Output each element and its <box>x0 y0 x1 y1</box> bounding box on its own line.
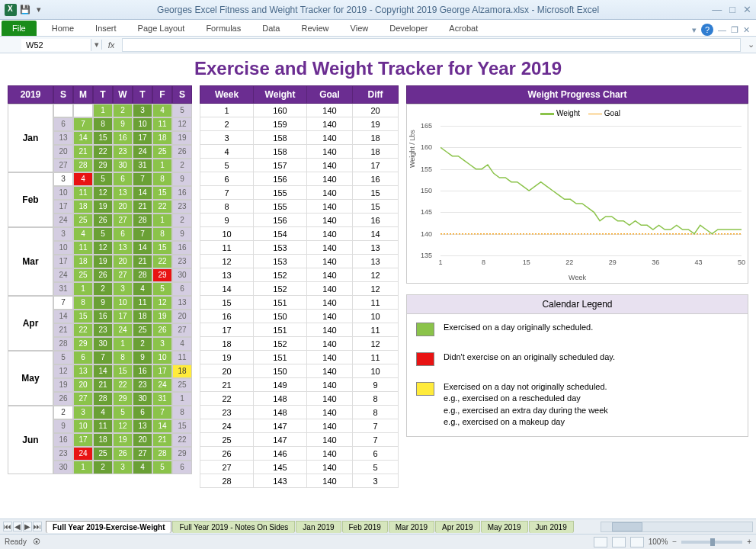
calendar-day[interactable]: 7 <box>133 172 152 186</box>
calendar-day[interactable]: 21 <box>93 378 113 392</box>
calendar-day[interactable]: 3 <box>152 337 172 351</box>
calendar-day[interactable]: 12 <box>93 241 113 255</box>
table-row[interactable]: 815514015 <box>200 200 399 214</box>
table-row[interactable]: 1115314013 <box>200 241 399 255</box>
calendar-day[interactable]: 5 <box>152 282 172 296</box>
calendar-day[interactable]: 18 <box>152 131 172 145</box>
calendar-day[interactable]: 27 <box>53 159 73 172</box>
calendar-day[interactable]: 8 <box>113 351 133 364</box>
calendar-day[interactable]: 9 <box>93 296 113 310</box>
calendar-day[interactable]: 7 <box>152 406 172 419</box>
minimize-icon[interactable]: — <box>712 4 722 15</box>
calendar-day[interactable]: 21 <box>152 433 172 447</box>
calendar-day[interactable]: 13 <box>133 419 152 433</box>
calendar-day[interactable]: 14 <box>73 131 93 145</box>
calendar-day[interactable]: 6 <box>113 227 133 241</box>
calendar-day[interactable]: 20 <box>133 433 152 447</box>
calendar-day[interactable]: 11 <box>172 351 192 364</box>
calendar-day[interactable]: 14 <box>133 241 152 255</box>
tab-view[interactable]: View <box>340 21 380 36</box>
calendar-day[interactable]: 14 <box>133 186 152 200</box>
calendar-day[interactable]: 4 <box>133 461 152 474</box>
calendar-day[interactable]: 10 <box>73 419 93 433</box>
table-row[interactable]: 1815214012 <box>200 337 399 351</box>
calendar-day[interactable]: 8 <box>152 227 172 241</box>
sheet-nav-prev-icon[interactable]: ◀ <box>13 522 22 531</box>
calendar-day[interactable]: 4 <box>73 172 93 186</box>
zoom-in-icon[interactable]: + <box>747 538 751 546</box>
calendar-day[interactable]: 28 <box>133 214 152 227</box>
calendar-day[interactable]: 9 <box>133 351 152 364</box>
ribbon-minimize-icon[interactable]: ▾ <box>692 25 697 35</box>
calendar-day[interactable]: 3 <box>73 406 93 419</box>
calendar-day[interactable]: 18 <box>73 200 93 214</box>
calendar-day[interactable]: 3 <box>53 227 73 241</box>
calendar-day[interactable]: 15 <box>172 419 192 433</box>
calendar-day[interactable]: 24 <box>152 378 172 392</box>
calendar-day[interactable]: 7 <box>93 351 113 364</box>
calendar-day[interactable]: 1 <box>172 392 192 406</box>
calendar-day[interactable]: 4 <box>152 104 172 117</box>
calendar-day[interactable]: 16 <box>113 131 133 145</box>
calendar-day[interactable]: 12 <box>53 364 73 378</box>
calendar-day[interactable]: 29 <box>152 268 172 282</box>
calendar-day[interactable]: 7 <box>73 117 93 131</box>
calendar-day[interactable]: 17 <box>53 255 73 268</box>
calendar-day[interactable]: 27 <box>73 392 93 406</box>
calendar-day[interactable]: 7 <box>133 227 152 241</box>
calendar-day[interactable]: 24 <box>113 323 133 337</box>
calendar-day[interactable]: 15 <box>73 310 93 323</box>
calendar-day[interactable]: 5 <box>152 461 172 474</box>
calendar-day[interactable]: 24 <box>133 145 152 159</box>
sheet-tab[interactable]: Mar 2019 <box>389 521 434 533</box>
calendar-day[interactable]: 15 <box>93 131 113 145</box>
calendar-day[interactable]: 1 <box>113 337 133 351</box>
calendar-day[interactable]: 14 <box>53 310 73 323</box>
calendar-day[interactable]: 21 <box>73 145 93 159</box>
calendar-day[interactable]: 13 <box>113 186 133 200</box>
calendar-day[interactable]: 13 <box>172 296 192 310</box>
tab-review[interactable]: Review <box>290 21 339 36</box>
calendar-day[interactable]: 21 <box>133 255 152 268</box>
table-row[interactable]: 915614016 <box>200 214 399 227</box>
calendar-day[interactable]: 25 <box>172 378 192 392</box>
calendar-day[interactable]: 17 <box>133 131 152 145</box>
calendar-day[interactable]: 4 <box>133 282 152 296</box>
calendar-day[interactable]: 27 <box>113 214 133 227</box>
calendar-day[interactable]: 20 <box>172 310 192 323</box>
calendar-day[interactable]: 8 <box>152 172 172 186</box>
calendar-day[interactable]: 2 <box>172 214 192 227</box>
name-box[interactable]: W52 <box>21 39 91 51</box>
sheet-tab[interactable]: Jan 2019 <box>296 521 341 533</box>
calendar-day[interactable]: 22 <box>152 255 172 268</box>
calendar-day[interactable]: 10 <box>152 351 172 364</box>
tab-developer[interactable]: Developer <box>379 21 438 36</box>
calendar-day[interactable]: 6 <box>53 117 73 131</box>
calendar-day[interactable]: 21 <box>53 323 73 337</box>
calendar-day[interactable]: 31 <box>53 282 73 296</box>
help-icon[interactable]: ? <box>701 24 713 36</box>
tab-page-layout[interactable]: Page Layout <box>127 21 196 36</box>
calendar-day[interactable]: 26 <box>53 392 73 406</box>
calendar-day[interactable]: 16 <box>172 186 192 200</box>
calendar-day[interactable]: 30 <box>93 337 113 351</box>
sheet-tab[interactable]: Jun 2019 <box>529 521 574 533</box>
calendar-day[interactable]: 26 <box>93 214 113 227</box>
sheet-tab[interactable]: Feb 2019 <box>342 521 388 533</box>
calendar-day[interactable] <box>53 104 73 117</box>
calendar-day[interactable]: 2 <box>133 337 152 351</box>
calendar-day[interactable]: 6 <box>172 461 192 474</box>
qat-dropdown-icon[interactable]: ▾ <box>34 5 44 15</box>
calendar-day[interactable]: 25 <box>93 447 113 461</box>
calendar-day[interactable]: 30 <box>113 159 133 172</box>
calendar-day[interactable]: 27 <box>133 447 152 461</box>
win-minimize-icon[interactable]: — <box>718 25 726 34</box>
calendar-day[interactable]: 1 <box>93 104 113 117</box>
calendar-day[interactable]: 17 <box>113 310 133 323</box>
table-row[interactable]: 221481408 <box>200 392 399 406</box>
calendar-day[interactable]: 23 <box>133 378 152 392</box>
calendar-day[interactable]: 20 <box>73 378 93 392</box>
table-row[interactable]: 1015414014 <box>200 227 399 241</box>
calendar-day[interactable]: 19 <box>113 433 133 447</box>
table-row[interactable]: 715514015 <box>200 186 399 200</box>
